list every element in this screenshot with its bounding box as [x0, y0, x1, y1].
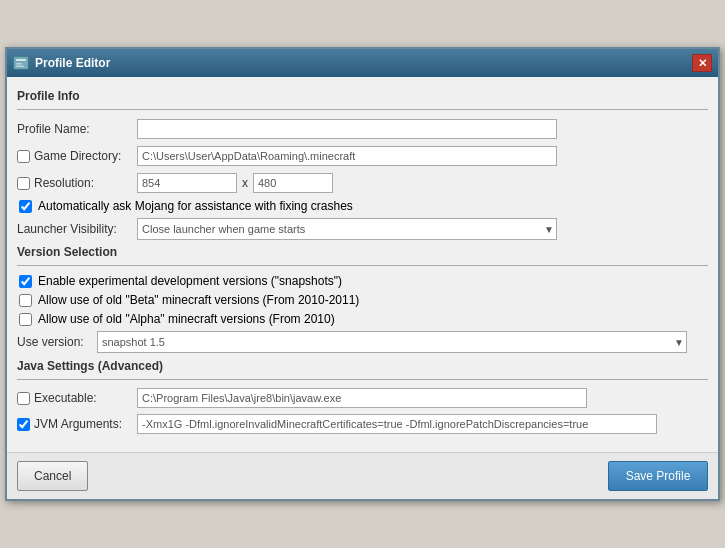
allow-beta-row: Allow use of old "Beta" minecraft versio… — [17, 293, 708, 307]
divider-profile — [17, 109, 708, 110]
svg-rect-1 — [16, 59, 26, 61]
launcher-vis-row: Launcher Visibility: Close launcher when… — [17, 218, 708, 240]
jvm-args-input[interactable] — [137, 414, 657, 434]
executable-row: Executable: — [17, 388, 708, 408]
version-select-wrapper: snapshot 1.5 1.7.10 1.7.9 1.7.4 ▼ — [97, 331, 687, 353]
window-title: Profile Editor — [35, 56, 110, 70]
allow-beta-checkbox[interactable] — [19, 294, 32, 307]
enable-snapshots-row: Enable experimental development versions… — [17, 274, 708, 288]
profile-name-row: Profile Name: — [17, 118, 708, 140]
profile-info-section: Profile Info Profile Name: Game Director… — [17, 89, 708, 240]
auto-crash-row: Automatically ask Mojang for assistance … — [17, 199, 708, 213]
version-selection-header: Version Selection — [17, 245, 708, 259]
jvm-args-checkbox[interactable] — [17, 418, 30, 431]
close-button[interactable]: ✕ — [692, 54, 712, 72]
resolution-width-input[interactable] — [137, 173, 237, 193]
resolution-x-separator: x — [242, 176, 248, 190]
allow-beta-label: Allow use of old "Beta" minecraft versio… — [38, 293, 359, 307]
game-dir-row: Game Directory: — [17, 145, 708, 167]
version-select[interactable]: snapshot 1.5 1.7.10 1.7.9 1.7.4 — [97, 331, 687, 353]
game-dir-checkbox[interactable] — [17, 150, 30, 163]
save-profile-button[interactable]: Save Profile — [608, 461, 708, 491]
java-settings-section: Java Settings (Advanced) Executable: JVM… — [17, 359, 708, 435]
cancel-button[interactable]: Cancel — [17, 461, 88, 491]
use-version-row: Use version: snapshot 1.5 1.7.10 1.7.9 1… — [17, 331, 708, 353]
enable-snapshots-checkbox[interactable] — [19, 275, 32, 288]
divider-java — [17, 379, 708, 380]
profile-name-input[interactable] — [137, 119, 557, 139]
game-dir-label: Game Directory: — [34, 149, 121, 163]
profile-info-header: Profile Info — [17, 89, 708, 103]
executable-checkbox[interactable] — [17, 392, 30, 405]
java-settings-header: Java Settings (Advanced) — [17, 359, 708, 373]
jvm-args-label-group: JVM Arguments: — [17, 417, 137, 431]
allow-alpha-label: Allow use of old "Alpha" minecraft versi… — [38, 312, 335, 326]
executable-label-group: Executable: — [17, 391, 137, 405]
game-dir-input[interactable] — [137, 146, 557, 166]
version-selection-section: Version Selection Enable experimental de… — [17, 245, 708, 353]
launcher-vis-label: Launcher Visibility: — [17, 222, 137, 236]
window-icon — [13, 55, 29, 71]
resolution-checkbox[interactable] — [17, 177, 30, 190]
bottom-bar: Cancel Save Profile — [7, 452, 718, 499]
profile-name-label: Profile Name: — [17, 122, 137, 136]
auto-crash-label: Automatically ask Mojang for assistance … — [38, 199, 353, 213]
resolution-height-input[interactable] — [253, 173, 333, 193]
svg-rect-2 — [16, 63, 22, 65]
executable-label: Executable: — [34, 391, 97, 405]
profile-editor-window: Profile Editor ✕ Profile Info Profile Na… — [5, 47, 720, 501]
launcher-vis-select[interactable]: Close launcher when game starts Hide lau… — [137, 218, 557, 240]
game-dir-label-group: Game Directory: — [17, 149, 137, 163]
divider-version — [17, 265, 708, 266]
svg-rect-3 — [16, 66, 24, 68]
resolution-label: Resolution: — [34, 176, 94, 190]
resolution-label-group: Resolution: — [17, 176, 137, 190]
auto-crash-checkbox[interactable] — [19, 200, 32, 213]
executable-input[interactable] — [137, 388, 587, 408]
jvm-args-label: JVM Arguments: — [34, 417, 122, 431]
enable-snapshots-label: Enable experimental development versions… — [38, 274, 342, 288]
window-content: Profile Info Profile Name: Game Director… — [7, 77, 718, 448]
title-bar-left: Profile Editor — [13, 55, 110, 71]
resolution-row: Resolution: x — [17, 172, 708, 194]
allow-alpha-row: Allow use of old "Alpha" minecraft versi… — [17, 312, 708, 326]
title-bar: Profile Editor ✕ — [7, 49, 718, 77]
allow-alpha-checkbox[interactable] — [19, 313, 32, 326]
jvm-args-row: JVM Arguments: — [17, 413, 708, 435]
launcher-vis-select-wrapper: Close launcher when game starts Hide lau… — [137, 218, 557, 240]
use-version-label: Use version: — [17, 335, 97, 349]
